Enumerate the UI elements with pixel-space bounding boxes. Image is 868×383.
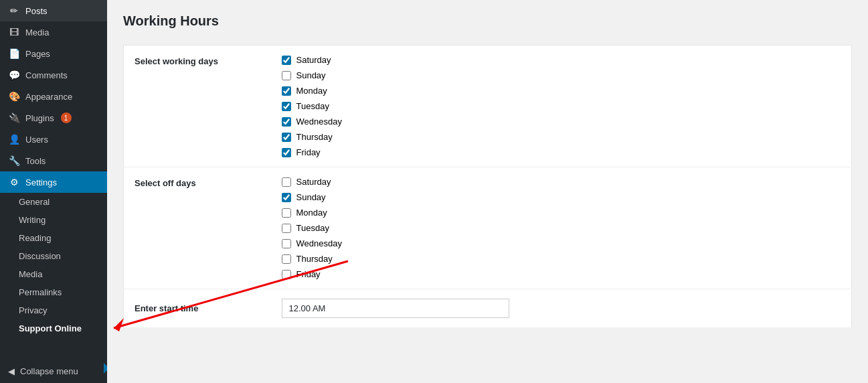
off-days-label: Select off days: [124, 167, 271, 289]
od-thursday-checkbox[interactable]: [282, 254, 291, 264]
plugins-badge: 1: [61, 112, 72, 123]
off-days-checkboxes: Saturday Sunday Monday Tuesday: [271, 167, 852, 289]
sidebar-label-pages: Pages: [25, 49, 50, 59]
od-monday-item[interactable]: Monday: [282, 208, 841, 218]
submenu-support-online[interactable]: Support Online: [0, 319, 107, 337]
wd-saturday-item[interactable]: Saturday: [282, 55, 841, 65]
sidebar-label-plugins: Plugins: [25, 113, 54, 123]
page-title: Working Hours: [123, 13, 852, 29]
od-monday-label: Monday: [296, 208, 327, 218]
sidebar-item-settings[interactable]: ⚙ Settings: [0, 171, 107, 193]
sidebar-item-plugins[interactable]: 🔌 Plugins 1: [0, 107, 107, 129]
main-content: Working Hours Select working days Saturd…: [107, 0, 868, 383]
od-tuesday-label: Tuesday: [296, 223, 329, 233]
od-saturday-label: Saturday: [296, 177, 331, 187]
wd-thursday-item[interactable]: Thursday: [282, 132, 841, 142]
media-icon: 🎞: [8, 27, 20, 37]
sidebar-label-users: Users: [25, 135, 48, 145]
sidebar-item-pages[interactable]: 📄 Pages: [0, 43, 107, 64]
posts-icon: ✏: [8, 5, 20, 16]
od-saturday-item[interactable]: Saturday: [282, 177, 841, 187]
submenu-permalinks[interactable]: Permalinks: [0, 283, 107, 301]
submenu-privacy[interactable]: Privacy: [0, 301, 107, 319]
wd-sunday-label: Sunday: [296, 70, 326, 80]
wd-tuesday-item[interactable]: Tuesday: [282, 101, 841, 111]
wd-friday-label: Friday: [296, 147, 321, 157]
wd-sunday-item[interactable]: Sunday: [282, 70, 841, 80]
users-icon: 👤: [8, 134, 20, 145]
appearance-icon: 🎨: [8, 91, 20, 102]
wd-friday-checkbox[interactable]: [282, 148, 291, 157]
start-time-label: Enter start time: [124, 289, 271, 328]
od-friday-item[interactable]: Friday: [282, 269, 841, 279]
settings-icon: ⚙: [8, 177, 20, 187]
off-days-group: Saturday Sunday Monday Tuesday: [282, 177, 841, 279]
start-time-row: Enter start time: [124, 289, 852, 328]
od-monday-checkbox[interactable]: [282, 208, 291, 218]
od-wednesday-checkbox[interactable]: [282, 239, 291, 248]
comments-icon: 💬: [8, 70, 20, 80]
collapse-menu-button[interactable]: ◀ Collapse menu: [0, 360, 107, 383]
wd-wednesday-checkbox[interactable]: [282, 117, 291, 127]
pages-icon: 📄: [8, 48, 20, 59]
sidebar-item-posts[interactable]: ✏ Posts: [0, 0, 107, 21]
working-days-row: Select working days Saturday Sunday Mond…: [124, 46, 852, 167]
sidebar-label-appearance: Appearance: [25, 92, 72, 102]
sidebar-item-tools[interactable]: 🔧 Tools: [0, 150, 107, 171]
wd-thursday-label: Thursday: [296, 132, 333, 142]
collapse-icon: ◀: [8, 366, 15, 376]
wd-tuesday-label: Tuesday: [296, 101, 329, 111]
od-tuesday-item[interactable]: Tuesday: [282, 223, 841, 233]
od-wednesday-label: Wednesday: [296, 238, 342, 248]
sidebar-label-tools: Tools: [25, 156, 46, 166]
submenu-writing[interactable]: Writing: [0, 211, 107, 229]
sidebar: ✏ Posts 🎞 Media 📄 Pages 💬 Comments 🎨 App…: [0, 0, 107, 383]
working-days-group: Saturday Sunday Monday Tuesday: [282, 55, 841, 157]
wd-saturday-label: Saturday: [296, 55, 331, 65]
wd-monday-checkbox[interactable]: [282, 86, 291, 96]
working-days-checkboxes: Saturday Sunday Monday Tuesday: [271, 46, 852, 167]
start-time-input[interactable]: [282, 299, 509, 318]
submenu-general[interactable]: General: [0, 193, 107, 211]
sidebar-label-posts: Posts: [25, 6, 48, 16]
wd-sunday-checkbox[interactable]: [282, 71, 291, 80]
sidebar-item-comments[interactable]: 💬 Comments: [0, 64, 107, 86]
od-sunday-checkbox[interactable]: [282, 193, 291, 202]
working-days-label: Select working days: [124, 46, 271, 167]
od-sunday-label: Sunday: [296, 192, 326, 202]
wd-thursday-checkbox[interactable]: [282, 133, 291, 142]
sidebar-item-users[interactable]: 👤 Users: [0, 129, 107, 150]
wd-monday-label: Monday: [296, 86, 327, 96]
sidebar-item-appearance[interactable]: 🎨 Appearance: [0, 86, 107, 107]
od-saturday-checkbox[interactable]: [282, 177, 291, 187]
wd-saturday-checkbox[interactable]: [282, 56, 291, 65]
od-friday-checkbox[interactable]: [282, 270, 291, 279]
submenu-discussion[interactable]: Discussion: [0, 247, 107, 265]
od-sunday-item[interactable]: Sunday: [282, 192, 841, 202]
wd-wednesday-item[interactable]: Wednesday: [282, 117, 841, 127]
sidebar-label-media: Media: [25, 27, 49, 37]
wd-tuesday-checkbox[interactable]: [282, 102, 291, 111]
collapse-label: Collapse menu: [20, 366, 78, 376]
wd-friday-item[interactable]: Friday: [282, 147, 841, 157]
wd-monday-item[interactable]: Monday: [282, 86, 841, 96]
submenu-reading[interactable]: Reading: [0, 229, 107, 247]
svg-marker-1: [114, 318, 124, 331]
off-days-row: Select off days Saturday Sunday Monday: [124, 167, 852, 289]
sidebar-item-media[interactable]: 🎞 Media: [0, 21, 107, 43]
wd-wednesday-label: Wednesday: [296, 117, 342, 127]
sidebar-label-comments: Comments: [25, 70, 68, 80]
sidebar-label-settings: Settings: [25, 177, 57, 187]
od-thursday-item[interactable]: Thursday: [282, 254, 841, 264]
settings-table: Select working days Saturday Sunday Mond…: [123, 45, 852, 328]
od-friday-label: Friday: [296, 269, 321, 279]
plugins-icon: 🔌: [8, 112, 20, 123]
tools-icon: 🔧: [8, 155, 20, 166]
start-time-cell: [271, 289, 852, 328]
submenu-media[interactable]: Media: [0, 265, 107, 283]
od-tuesday-checkbox[interactable]: [282, 224, 291, 233]
od-thursday-label: Thursday: [296, 254, 333, 264]
od-wednesday-item[interactable]: Wednesday: [282, 238, 841, 248]
